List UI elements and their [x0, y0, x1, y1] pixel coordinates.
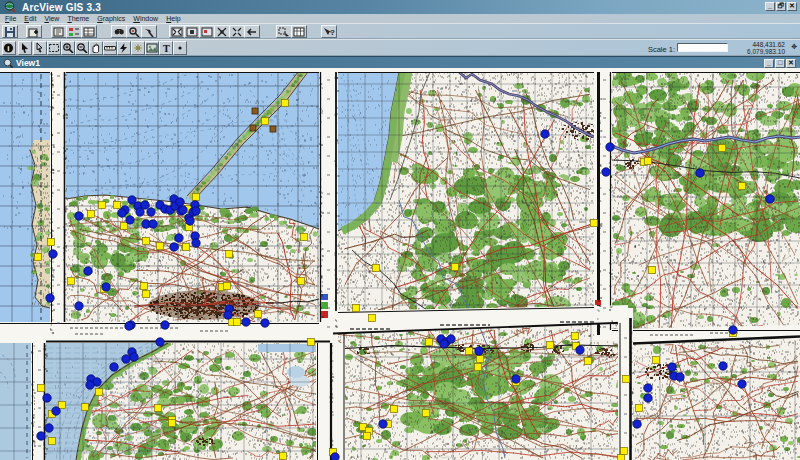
svg-text:T: T [163, 43, 170, 53]
svg-text:i: i [7, 44, 9, 53]
svg-text:?: ? [330, 28, 335, 37]
